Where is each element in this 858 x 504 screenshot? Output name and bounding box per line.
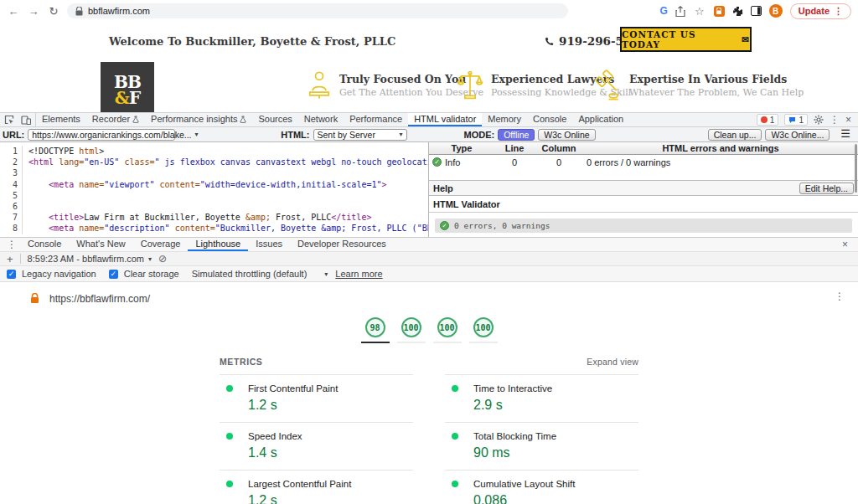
validator-results-pane: Type Line Column HTML errors and warning… [429, 142, 858, 237]
divider [20, 254, 21, 264]
site-logo[interactable]: BB &F [101, 62, 154, 112]
clean-up-button[interactable]: Clean up... [708, 129, 762, 141]
score-category[interactable]: 100 [469, 317, 498, 343]
check-icon: ✓ [432, 157, 442, 167]
browser-toolbar: ← → ↻ bbflawfirm.com G ☆ B [0, 0, 858, 22]
google-icon[interactable]: G [659, 5, 667, 17]
new-report-plus-icon[interactable]: + [7, 253, 13, 265]
devtools-tab[interactable]: Elements [36, 113, 86, 126]
devtools-tab[interactable]: Network [298, 113, 344, 126]
score-value: 100 [437, 317, 457, 337]
devtools-tab[interactable]: Console [527, 113, 572, 126]
source-code-pane[interactable]: 1<!DOCTYPE html>2<html lang="en-US" clas… [0, 142, 429, 237]
code-line: 3 [0, 167, 428, 178]
url-label: URL: [3, 130, 24, 140]
report-select[interactable]: 8:59:23 AM - bbflawfirm.com ▾ [28, 254, 152, 264]
metric-status-dot [452, 433, 458, 440]
validator-panes: 1<!DOCTYPE html>2<html lang="en-US" clas… [0, 142, 858, 237]
devtools-tab[interactable]: Application [572, 113, 629, 126]
report-menu-icon[interactable]: ⋮ [835, 291, 845, 302]
score-value: 98 [365, 317, 385, 337]
score-categories: 98 100 100 100 [0, 317, 858, 343]
back-icon[interactable]: ← [7, 6, 20, 17]
metric: Total Blocking Time 90 ms [445, 422, 638, 470]
devtools-close-icon[interactable]: × [845, 114, 851, 126]
devtools-tab[interactable]: Memory [482, 113, 527, 126]
expand-view-link[interactable]: Expand view [587, 357, 638, 367]
console-errors-badge[interactable]: 1 [757, 114, 779, 126]
devtools-tab[interactable]: Recorder [86, 113, 145, 126]
share-icon[interactable] [675, 6, 685, 17]
metric-value: 90 ms [473, 445, 638, 460]
validator-url-select[interactable]: https://www.organicrankings.com/blake...… [28, 129, 175, 141]
score-category[interactable]: 100 [433, 317, 462, 343]
drawer-close-icon[interactable]: × [842, 239, 848, 250]
metric-status-dot [452, 385, 458, 392]
experiment-flask-icon [132, 116, 139, 123]
validator-extension-icon[interactable] [714, 6, 725, 17]
extensions-puzzle-icon[interactable] [732, 6, 743, 17]
drawer-tab[interactable]: Developer Resources [290, 238, 394, 251]
mode-w3c-online-button[interactable]: W3c Online [538, 129, 595, 141]
bookmark-star-icon[interactable]: ☆ [693, 6, 706, 17]
code-line: 8 <meta name="description" content="Buck… [0, 223, 428, 234]
score-category[interactable]: 98 [361, 317, 390, 343]
update-button[interactable]: Update ⋮ [790, 3, 851, 19]
devtools-tab[interactable]: Performance [344, 113, 408, 126]
code-line: 1<!DOCTYPE html> [0, 146, 428, 157]
console-messages-badge[interactable]: 1 [784, 114, 808, 126]
person-icon [307, 69, 332, 101]
html-label: HTML: [281, 130, 309, 140]
profile-avatar[interactable]: B [769, 4, 783, 18]
table-row[interactable]: ✓ Info 0 0 0 errors / 0 warnings [429, 155, 858, 169]
side-panel-icon[interactable] [751, 6, 762, 16]
clear-storage-checkbox[interactable]: ✓ [109, 270, 118, 279]
forward-icon[interactable]: → [27, 6, 40, 17]
devtools-menu-icon[interactable]: ⋮ [830, 114, 840, 126]
drawer-tab[interactable]: Console [20, 238, 69, 251]
metric-status-dot [452, 481, 458, 487]
drawer-menu-icon[interactable]: ⋮ [7, 239, 17, 250]
help-section-header: Help Edit Help... [429, 180, 858, 196]
inspect-element-icon[interactable] [4, 115, 14, 125]
metric-status-dot [226, 481, 233, 487]
contact-us-button[interactable]: CONTACT US TODAY ✉ [620, 27, 752, 52]
score-category[interactable]: 100 [397, 317, 426, 343]
browser-window: ← → ↻ bbflawfirm.com G ☆ B [0, 0, 858, 504]
throttling-select[interactable]: Simulated throttling (default) [192, 269, 308, 279]
drawer-tab[interactable]: Coverage [133, 238, 189, 251]
drawer-tabbar: ⋮ Console What's New Coverage Lighthouse… [0, 237, 858, 252]
validation-summary: ✓ 0 errors, 0 warnings [435, 219, 852, 233]
clear-reports-icon[interactable]: ⊘ [158, 253, 167, 265]
refresh-icon[interactable]: ↻ [47, 6, 60, 17]
code-line: 5 [0, 190, 428, 201]
chevron-down-icon: ▾ [324, 270, 328, 278]
validator-html-select[interactable]: Sent by Server ▾ [313, 129, 407, 141]
settings-gear-icon[interactable] [814, 115, 824, 125]
drawer-tab[interactable]: Lighthouse [188, 238, 248, 251]
devtools-tab[interactable]: Performance insights [145, 113, 252, 126]
mode-offline-button[interactable]: Offline [498, 129, 535, 141]
devtools-tab[interactable]: HTML validator [408, 113, 482, 126]
device-toolbar-icon[interactable] [21, 115, 31, 125]
drawer-tab[interactable]: Issues [248, 238, 290, 251]
metric: Cumulative Layout Shift 0.086 [445, 470, 638, 504]
code-line: 4 <meta name="viewport" content="width=d… [0, 179, 428, 190]
lock-icon [75, 7, 83, 16]
code-line: 2<html lang="en-US" class=" js flexbox c… [0, 157, 428, 167]
drawer-tab[interactable]: What's New [69, 238, 132, 251]
address-bar[interactable]: bbflawfirm.com [67, 3, 568, 18]
scrollbar[interactable] [855, 144, 857, 193]
check-icon: ✓ [440, 221, 449, 230]
w3c-online-dots-button[interactable]: W3c Online... [765, 129, 830, 141]
learn-more-link[interactable]: Learn more [335, 269, 382, 279]
metrics-grid: First Contentful Paint 1.2 s Time to Int… [220, 374, 638, 504]
browser-menu-icon[interactable]: ⋮ [834, 6, 843, 17]
error-icon [761, 116, 768, 123]
validator-menu-icon[interactable]: ☰ [840, 131, 850, 137]
experiment-flask-icon [240, 116, 246, 123]
devtools-tab[interactable]: Sources [252, 113, 297, 126]
edit-help-button[interactable]: Edit Help... [799, 183, 854, 194]
legacy-navigation-checkbox[interactable]: ✓ [7, 270, 16, 279]
report-url-row: https://bbflawfirm.com/ ⋮ [0, 282, 858, 307]
